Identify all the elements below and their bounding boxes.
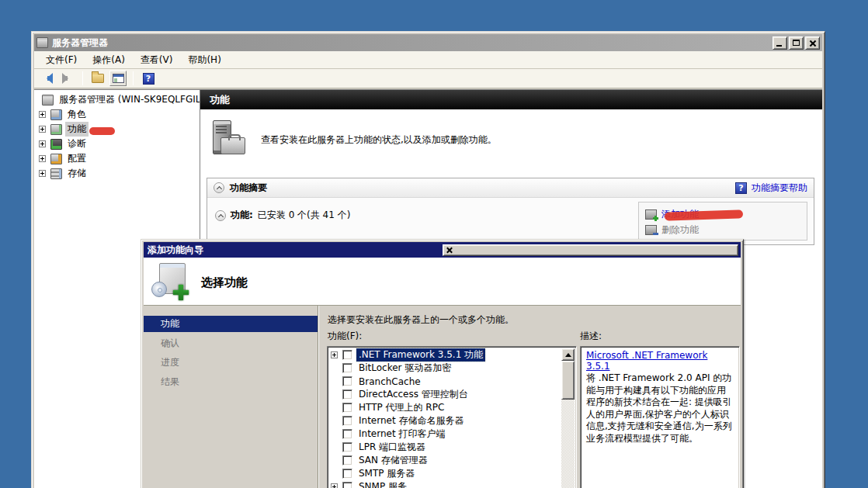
feature-row[interactable]: SAN 存储管理器 <box>329 454 576 467</box>
scroll-up-button[interactable] <box>561 348 575 361</box>
expand-plus-icon[interactable] <box>39 155 46 162</box>
collapse-chevron-icon[interactable] <box>214 182 224 193</box>
back-arrow-icon <box>41 74 54 82</box>
close-button[interactable] <box>805 36 820 50</box>
minimize-button[interactable] <box>773 36 787 50</box>
feature-row[interactable]: DirectAccess 管理控制台 <box>329 388 576 401</box>
forward-button[interactable] <box>59 71 76 86</box>
checkbox[interactable] <box>342 482 352 488</box>
feature-row[interactable]: Internet 存储命名服务器 <box>329 414 576 427</box>
toolbar <box>34 69 822 88</box>
wizard-step-confirmation[interactable]: 确认 <box>144 335 318 351</box>
tree-item-configuration[interactable]: 配置 <box>34 151 200 166</box>
wizard-instruction: 选择要安装在此服务器上的一个或多个功能。 <box>328 313 514 327</box>
framework-description-link[interactable]: Microsoft .NET Framework 3.5.1 <box>586 350 707 372</box>
server-manager-icon <box>36 37 48 48</box>
minimize-icon <box>776 45 782 47</box>
expand-plus-icon[interactable] <box>39 140 46 147</box>
wizard-page-title: 选择功能 <box>201 275 248 290</box>
feature-row[interactable]: Internet 打印客户端 <box>329 427 576 441</box>
features-summary-help-link[interactable]: 功能摘要帮助 <box>752 182 807 195</box>
checkbox[interactable] <box>342 350 352 360</box>
desktop: 服务器管理器 文件(F) 操作(A) 查看(V) 帮助(H) <box>0 0 868 488</box>
menu-view[interactable]: 查看(V) <box>134 52 180 68</box>
collapse-chevron-icon[interactable] <box>215 210 226 221</box>
export-list-button[interactable] <box>89 71 106 86</box>
features-icon <box>50 124 62 135</box>
remove-features-icon <box>645 225 657 235</box>
checkbox[interactable] <box>342 455 352 466</box>
tree-root[interactable]: 服务器管理器 (WIN-SK9EQLFGIL <box>34 92 200 107</box>
close-icon <box>449 247 450 253</box>
tree-item-storage[interactable]: 存储 <box>34 166 200 181</box>
expand-plus-icon[interactable] <box>39 170 46 177</box>
feature-row[interactable]: BranchCache <box>329 375 576 388</box>
page-title: 功能 <box>210 94 230 106</box>
red-annotation-features <box>89 127 115 135</box>
tree-item-roles[interactable]: 角色 <box>34 107 200 122</box>
help-icon <box>735 182 747 194</box>
features-list[interactable]: .NET Framework 3.5.1 功能 BitLocker 驱动器加密 … <box>327 346 577 488</box>
wizard-content: 选择要安装在此服务器上的一个或多个功能。 功能(F): 描述: .NET Fra… <box>318 306 741 488</box>
expand-plus-icon[interactable] <box>39 126 46 133</box>
server-manager-icon <box>42 95 54 106</box>
menu-action[interactable]: 操作(A) <box>85 52 132 68</box>
remove-features-link[interactable]: 删除功能 <box>661 223 699 237</box>
expand-plus-icon[interactable] <box>331 483 338 488</box>
help-icon <box>143 73 155 85</box>
folder-icon <box>92 74 104 83</box>
help-button[interactable] <box>140 71 157 86</box>
expand-plus-icon[interactable] <box>39 111 46 118</box>
features-toolbox-icon <box>210 120 250 159</box>
checkbox[interactable] <box>342 416 352 426</box>
feature-row[interactable]: LPR 端口监视器 <box>329 441 576 454</box>
feature-row[interactable]: .NET Framework 3.5.1 功能 <box>329 348 576 362</box>
features-count-label: 功能: <box>231 209 253 222</box>
add-features-icon <box>645 209 657 220</box>
checkbox[interactable] <box>342 389 352 400</box>
feature-row[interactable]: SNMP 服务 <box>329 480 576 488</box>
console-tree-icon <box>113 74 124 83</box>
checkbox[interactable] <box>342 429 352 439</box>
wizard-step-progress[interactable]: 进度 <box>144 355 318 371</box>
window-title: 服务器管理器 <box>52 36 773 50</box>
checkbox[interactable] <box>342 403 352 413</box>
menu-file[interactable]: 文件(F) <box>39 52 84 68</box>
tree-item-features[interactable]: 功能 <box>34 122 200 137</box>
checkbox[interactable] <box>342 376 352 386</box>
roles-icon <box>50 109 62 120</box>
checkbox[interactable] <box>342 442 352 452</box>
forward-arrow-icon <box>61 74 74 82</box>
wizard-steps-nav: 功能 确认 进度 结果 <box>144 306 318 488</box>
configuration-icon <box>50 154 62 164</box>
menu-help[interactable]: 帮助(H) <box>181 52 227 68</box>
maximize-button[interactable] <box>789 36 804 50</box>
expand-plus-icon[interactable] <box>331 351 338 358</box>
features-page-description: 查看安装在此服务器上功能的状态,以及添加或删除功能。 <box>261 133 497 147</box>
wizard-step-features[interactable]: 功能 <box>144 316 318 332</box>
dialog-titlebar[interactable]: 添加功能向导 <box>144 242 741 258</box>
features-list-label: 功能(F): <box>328 330 362 343</box>
window-titlebar[interactable]: 服务器管理器 <box>34 34 822 51</box>
dialog-close-button[interactable] <box>443 244 739 256</box>
feature-row[interactable]: SMTP 服务器 <box>329 467 576 480</box>
checkbox[interactable] <box>342 469 352 479</box>
wizard-step-results[interactable]: 结果 <box>144 374 318 390</box>
add-features-wizard-icon <box>151 263 190 300</box>
menu-bar: 文件(F) 操作(A) 查看(V) 帮助(H) <box>34 51 822 69</box>
show-console-tree-button[interactable] <box>109 71 127 86</box>
dialog-title: 添加功能向导 <box>148 244 443 257</box>
features-count-status: 已安装 0 个(共 41 个) <box>258 209 351 222</box>
wizard-header: 选择功能 <box>144 258 741 306</box>
tree-root-label[interactable]: 服务器管理器 (WIN-SK9EQLFGIL <box>57 92 200 107</box>
triangle-up-icon <box>565 350 571 357</box>
tree-item-diagnostics[interactable]: 诊断 <box>34 137 200 151</box>
checkbox[interactable] <box>342 363 352 373</box>
toolbar-separator <box>82 71 83 85</box>
back-button[interactable] <box>39 71 56 86</box>
feature-row[interactable]: BitLocker 驱动器加密 <box>329 362 576 375</box>
scrollbar[interactable] <box>561 348 575 488</box>
features-page-header: 功能 <box>200 90 822 109</box>
feature-row[interactable]: HTTP 代理上的 RPC <box>329 401 576 414</box>
scrollbar-thumb[interactable] <box>561 361 575 400</box>
